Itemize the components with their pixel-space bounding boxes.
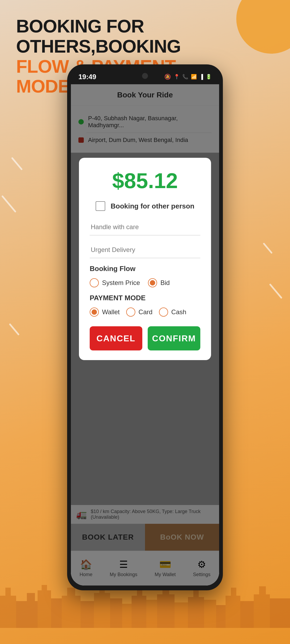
svg-rect-25 <box>231 588 236 596</box>
svg-rect-24 <box>226 596 240 628</box>
system-price-label: System Price <box>102 279 140 287</box>
booking-other-label: Booking for other person <box>111 202 194 210</box>
booking-flow-radio-group: System Price Bid <box>90 278 200 287</box>
svg-rect-10 <box>94 593 110 628</box>
dash-3 <box>263 243 273 254</box>
status-time: 19:49 <box>78 73 96 81</box>
cash-option[interactable]: Cash <box>159 308 186 317</box>
card-option[interactable]: Card <box>126 308 153 317</box>
wallet-radio-fill <box>92 309 97 315</box>
wallet-radio[interactable] <box>90 308 99 317</box>
svg-rect-17 <box>157 594 175 628</box>
bid-label: Bid <box>160 279 170 287</box>
dash-4 <box>269 283 282 299</box>
dash-5 <box>9 323 20 336</box>
svg-rect-0 <box>0 596 16 628</box>
svg-rect-1 <box>5 588 11 596</box>
booking-flow-title: Booking Flow <box>90 265 200 273</box>
wallet-label: Wallet <box>102 308 120 316</box>
svg-rect-9 <box>81 601 94 628</box>
svg-rect-22 <box>204 600 216 628</box>
svg-rect-2 <box>16 601 38 628</box>
svg-rect-7 <box>62 596 81 628</box>
svg-rect-12 <box>110 598 122 628</box>
svg-rect-26 <box>240 601 254 628</box>
wifi-icon: 📶 <box>191 74 197 80</box>
bid-radio-fill <box>150 280 155 286</box>
svg-rect-4 <box>38 590 51 628</box>
svg-rect-16 <box>146 600 157 628</box>
card-radio[interactable] <box>126 308 135 317</box>
svg-rect-5 <box>42 585 47 590</box>
svg-rect-6 <box>51 598 62 628</box>
dash-2 <box>1 195 16 213</box>
camera-notch <box>142 73 148 79</box>
handle-care-input[interactable] <box>90 219 200 235</box>
svg-rect-27 <box>254 594 270 628</box>
svg-rect-14 <box>132 596 146 628</box>
location-icon: 📍 <box>174 74 180 80</box>
booking-other-checkbox[interactable] <box>96 201 105 211</box>
card-label: Card <box>139 308 153 316</box>
phone-screen: 19:49 🔕 📍 📞 📶 ▐ 🔋 🏛 Book Your Ride <box>71 69 219 586</box>
bid-option[interactable]: Bid <box>148 278 170 287</box>
svg-rect-23 <box>216 605 226 628</box>
svg-rect-13 <box>122 604 132 628</box>
header-line1: BOOKING FOR OTHERS,BOOKING <box>16 16 199 56</box>
svg-rect-29 <box>270 598 290 628</box>
svg-rect-8 <box>67 588 75 596</box>
battery-icon: 🔋 <box>206 74 212 80</box>
urgent-delivery-input[interactable] <box>90 242 200 258</box>
dash-1 <box>11 157 23 170</box>
bid-radio[interactable] <box>148 278 157 287</box>
signal-icon: ▐ <box>200 74 203 80</box>
svg-rect-21 <box>193 590 199 597</box>
status-icons: 🔕 📍 📞 📶 ▐ 🔋 <box>164 74 212 80</box>
bg-decoration-circle-top <box>236 0 290 54</box>
cash-radio[interactable] <box>159 308 168 317</box>
payment-row: Wallet Card Cash <box>90 308 200 317</box>
svg-rect-28 <box>259 586 266 594</box>
booking-other-row[interactable]: Booking for other person <box>90 201 200 211</box>
modal-buttons: CANCEL CONFIRM <box>90 326 200 350</box>
system-price-radio[interactable] <box>90 278 99 287</box>
notification-icon: 🔕 <box>164 74 171 80</box>
phone-frame: 19:49 🔕 📍 📞 📶 ▐ 🔋 🏛 Book Your Ride <box>67 64 223 590</box>
svg-rect-20 <box>188 597 204 628</box>
cash-label: Cash <box>171 308 186 316</box>
system-price-option[interactable]: System Price <box>90 278 140 287</box>
confirm-button[interactable]: CONFIRM <box>148 326 200 350</box>
wallet-option[interactable]: Wallet <box>90 308 120 317</box>
svg-rect-3 <box>27 593 35 601</box>
cancel-button[interactable]: CANCEL <box>90 326 142 350</box>
price-display: $85.12 <box>90 169 200 193</box>
phone-icon: 📞 <box>182 74 188 80</box>
svg-rect-19 <box>175 602 188 628</box>
modal-card: $85.12 Booking for other person Booking … <box>79 158 211 360</box>
payment-mode-title: PAYMENT MODE <box>90 294 200 302</box>
